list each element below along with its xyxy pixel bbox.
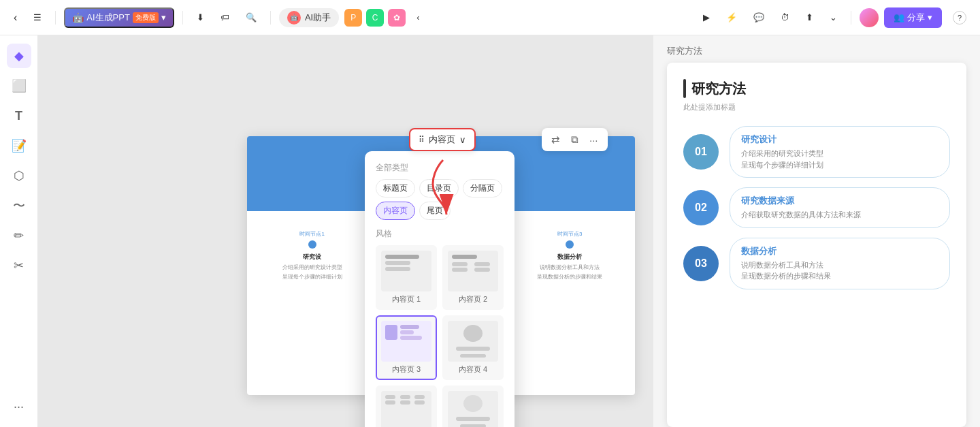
menu-icon: ☰	[33, 12, 42, 22]
timeline-dot-3	[566, 240, 574, 249]
thumb-circle	[463, 325, 483, 342]
share-chevron-icon: ▾	[928, 12, 932, 22]
content-page-label: 内容页	[429, 133, 455, 146]
page-thumb-2-label: 内容页 2	[448, 294, 498, 304]
thumb-line	[456, 347, 490, 350]
item-number-1: 01	[695, 146, 707, 158]
page-thumb-4[interactable]: 内容页 4	[442, 315, 504, 380]
item-circle-3: 03	[683, 246, 719, 281]
copy-button[interactable]: ⧉	[568, 132, 581, 147]
sidebar-item-logo[interactable]: ◆	[7, 44, 31, 68]
sidebar-item-text[interactable]: T	[7, 104, 31, 128]
cat-tab-title[interactable]: 标题页	[376, 179, 415, 197]
page-thumb-3-img	[381, 321, 431, 362]
item-circle-2: 02	[683, 190, 719, 225]
comment-button[interactable]: 💬	[748, 10, 770, 25]
sidebar-item-sticky[interactable]: 📝	[7, 133, 31, 158]
thumb-line	[452, 255, 477, 259]
sidebar-item-shape[interactable]: ⬡	[7, 163, 31, 188]
more-options-button[interactable]: ⌄	[824, 10, 843, 25]
page-thumb-6[interactable]: 内容页 6	[442, 385, 504, 427]
thumb-line	[385, 261, 410, 265]
thumb-content	[400, 325, 427, 340]
research-items: 01 研究设计 介绍采用的研究设计类型 呈现每个步骤的详细计划 02 研究数据来…	[683, 126, 950, 289]
timeline-content-3: 数据分析 说明数据分析工具和方法 呈现数据分析的步骤和结果	[516, 249, 624, 269]
ai-assistant-label: AI助手	[305, 12, 331, 24]
sidebar-item-frame[interactable]: ⬜	[7, 74, 31, 98]
section-sub-3b: 呈现数据分析的步骤和结果	[516, 273, 624, 281]
share-button[interactable]: 👥 分享 ▾	[884, 7, 942, 28]
toolbar-divider2	[182, 11, 183, 25]
comment-icon: 💬	[753, 12, 764, 22]
brush-icon: ✏	[14, 228, 24, 243]
play-button[interactable]: ▶	[698, 10, 715, 25]
thumb-line	[385, 267, 410, 271]
help-button[interactable]: ?	[947, 8, 972, 27]
thumb-3col-1	[385, 395, 398, 405]
animate-button[interactable]: ⚡	[721, 10, 742, 25]
history-button[interactable]: ⏱	[775, 10, 795, 25]
more-dots-icon: ···	[14, 400, 24, 414]
cat-tab-divider[interactable]: 分隔页	[463, 179, 502, 197]
download-button[interactable]: ⬇	[191, 10, 210, 25]
page-thumb-2-img	[448, 251, 498, 291]
plugin-icon-1[interactable]: P	[344, 9, 362, 27]
item-circle-1: 01	[683, 134, 719, 170]
slide-title-bar: 研究方法	[683, 79, 950, 98]
content-btn-wrapper: ⠿ 内容页 ∨	[409, 128, 476, 151]
upload-icon: ⬆	[806, 12, 813, 22]
page-grid: 内容页 1 内容	[376, 245, 504, 427]
thumb-col1	[452, 262, 472, 272]
thumb-three-cols	[385, 395, 427, 405]
sticky-icon: 📝	[12, 138, 27, 153]
plugin-icon-2[interactable]: C	[366, 9, 384, 27]
plugin-icon-3[interactable]: ✿	[388, 9, 406, 27]
logo-icon: ◆	[14, 48, 24, 63]
page-thumb-3[interactable]: 内容页 3	[376, 315, 437, 380]
slide-subtitle: 此处提添加标题	[683, 102, 950, 112]
search-button[interactable]: 🔍	[240, 10, 262, 25]
slide-context-toolbar: ⇄ ⧉ ···	[542, 128, 608, 151]
sidebar-item-brush[interactable]: ✏	[7, 223, 31, 248]
link-button[interactable]: ⇄	[549, 132, 563, 147]
thumb-circle-2	[463, 395, 483, 412]
slide-main-title: 研究方法	[691, 80, 746, 98]
user-avatar[interactable]	[860, 8, 879, 27]
thumb-line	[385, 255, 419, 259]
content-chevron-icon: ∨	[459, 135, 466, 145]
page-thumb-5[interactable]: 内容页 5	[376, 385, 437, 427]
thumb-line	[452, 262, 468, 266]
thumb-line	[460, 354, 485, 358]
page-thumb-2[interactable]: 内容页 2	[442, 245, 504, 310]
ai-ppt-button[interactable]: 🤖 AI生成PPT 免费版 ▾	[64, 7, 174, 28]
tag-button[interactable]: 🏷	[215, 10, 235, 25]
red-arrow	[426, 157, 460, 218]
cat-tab-content[interactable]: 内容页	[376, 202, 415, 220]
more-slide-button[interactable]: ···	[587, 133, 601, 147]
thumb-line	[460, 424, 485, 427]
toolbar-divider	[55, 11, 56, 25]
item-number-3: 03	[695, 257, 707, 270]
right-slide-preview: 研究方法 此处提添加标题 01 研究设计 介绍采用的研究设计类型 呈现每个步骤的…	[667, 63, 966, 427]
page-thumb-1-label: 内容页 1	[381, 294, 431, 304]
style-label: 风格	[376, 228, 504, 240]
upload-button[interactable]: ⬆	[800, 10, 819, 25]
sidebar-item-more[interactable]: ···	[7, 394, 31, 419]
sidebar-item-pen[interactable]: 〜	[7, 193, 31, 218]
back-button[interactable]: ‹	[8, 9, 22, 27]
sidebar-item-cut[interactable]: ✂	[7, 253, 31, 278]
right-panel-header: 研究方法	[653, 35, 980, 63]
chevron-left-icon: ‹	[416, 12, 419, 22]
share-icon: 👥	[894, 12, 904, 22]
toolbar: ‹ ☰ 🤖 AI生成PPT 免费版 ▾ ⬇ 🏷 🔍 🤖 AI助手 P	[0, 0, 980, 35]
download-icon: ⬇	[197, 12, 204, 22]
item-desc-2a: 介绍获取研究数据的具体方法和来源	[741, 209, 938, 221]
content-page-button[interactable]: ⠿ 内容页 ∨	[409, 128, 476, 151]
section-sub-1b: 呈现每个步骤的详细计划	[258, 273, 366, 281]
thumb-line	[400, 325, 419, 329]
menu-button[interactable]: ☰	[28, 10, 47, 25]
page-thumb-1[interactable]: 内容页 1	[376, 245, 437, 310]
collapse-plugins-btn[interactable]: ‹	[411, 10, 425, 25]
thumb-sidebar	[385, 325, 397, 340]
page-thumb-4-img	[448, 321, 498, 362]
